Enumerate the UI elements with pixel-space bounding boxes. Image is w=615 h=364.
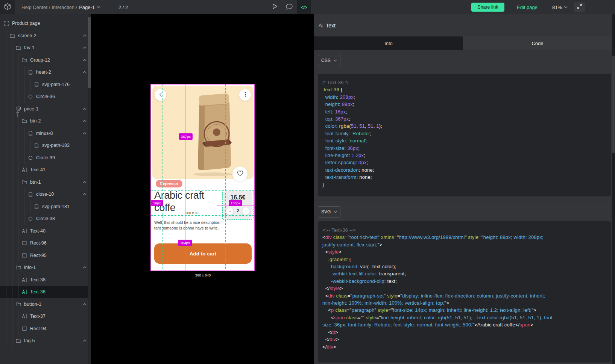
indent-guide: [12, 127, 12, 140]
css-language-dropdown[interactable]: CSS: [318, 55, 340, 66]
panel-scrollbar-thumb[interactable]: [612, 56, 615, 153]
device-frame[interactable]: Expresso Arabic craftcoffe 208 x 89 Well…: [150, 84, 255, 271]
chevron-up-icon[interactable]: [83, 340, 87, 342]
indent-guide: [12, 91, 12, 103]
indent-guide: [18, 54, 18, 66]
layer-row-rect-95[interactable]: Rect-95: [0, 249, 91, 262]
chevron-up-icon[interactable]: [83, 120, 87, 122]
inspector-title: Text: [326, 23, 336, 29]
folder-icon: [16, 265, 21, 270]
svg-code-block[interactable]: <!-- Text-36 --><div class="root rich-te…: [318, 221, 611, 362]
indent-guide: [18, 139, 18, 152]
indent-guide: [18, 274, 18, 286]
svg-language-dropdown[interactable]: SVG: [318, 206, 340, 217]
layer-row-text-38[interactable]: Text-38: [0, 274, 91, 286]
layer-label: Text-40: [30, 228, 46, 234]
layer-row-svg-path-183[interactable]: svg-path-183: [0, 139, 91, 152]
layer-row-tag-5[interactable]: tag-5: [0, 335, 91, 347]
indent-guide: [18, 176, 18, 189]
text-icon: [22, 228, 27, 234]
layer-row-info-1[interactable]: info-1: [0, 261, 91, 274]
back-button[interactable]: [155, 89, 166, 101]
indent-guide: [6, 79, 6, 91]
comment-button[interactable]: [283, 0, 296, 14]
add-to-cart-button[interactable]: Add to cart: [154, 243, 252, 264]
zoom-control[interactable]: 81%: [552, 0, 568, 14]
chevron-up-icon[interactable]: [83, 193, 87, 195]
code-line: justify-content: flex-start;">: [322, 241, 607, 248]
indent-guide: [6, 115, 6, 127]
layer-row-product page[interactable]: Product page: [0, 17, 91, 30]
layer-row-circle-39[interactable]: Circle-39: [0, 152, 91, 164]
app-logo[interactable]: [0, 0, 15, 14]
layer-label: Circle-38: [36, 216, 55, 221]
indent-guide: [6, 310, 6, 323]
breadcrumb-current: Page-1: [79, 5, 95, 10]
indent-guide: [18, 152, 18, 164]
edit-page-link[interactable]: Edit page: [517, 0, 538, 14]
layer-row-svg-path-176[interactable]: svg-path-176: [0, 79, 91, 91]
code-line: letter-spacing: 0px;: [322, 159, 607, 166]
layer-row-svg-path-181[interactable]: svg-path-181: [0, 201, 91, 213]
tab-code[interactable]: Code: [463, 36, 612, 50]
indent-guide: [6, 323, 6, 335]
more-options-button[interactable]: [239, 89, 251, 101]
play-button[interactable]: [269, 0, 281, 14]
chevron-up-icon[interactable]: [83, 108, 87, 110]
layer-row-btn-1[interactable]: btn-1: [0, 176, 91, 189]
chevron-up-icon[interactable]: [83, 47, 87, 49]
chevron-up-icon[interactable]: [83, 303, 87, 305]
indent-guide: [6, 335, 6, 347]
sidebar-scrollbar-thumb[interactable]: [88, 17, 91, 88]
css-code-block[interactable]: /* Text-36 */.text-36 { width: 208px; he…: [318, 74, 611, 196]
layer-row-circle-36[interactable]: Circle-36: [0, 91, 91, 103]
chevron-up-icon[interactable]: [83, 266, 87, 269]
layer-row-button-1[interactable]: button-1: [0, 298, 91, 311]
share-link-button[interactable]: Share link: [471, 3, 504, 12]
layer-row-text-40[interactable]: Text-40: [0, 225, 91, 237]
layer-row-text-37[interactable]: Text-37: [0, 310, 91, 323]
frame-icon: [4, 21, 9, 26]
inspector-header: A[ Text: [314, 14, 615, 36]
layer-row-rect-94[interactable]: Rect-94: [0, 323, 91, 335]
svg-icon: [28, 69, 33, 75]
indent-guide: [24, 66, 24, 79]
layer-row-text-36[interactable]: Text-36: [0, 286, 91, 298]
layer-row-minus-8[interactable]: minus-8: [0, 127, 91, 140]
layer-row-price-1[interactable]: price-1: [0, 103, 91, 115]
category-tag: Expresso: [156, 180, 182, 187]
code-line: size: 36px; font-family: Roboto; font-st…: [322, 321, 607, 328]
chevron-up-icon[interactable]: [83, 59, 87, 61]
layer-row-heart-2[interactable]: heart-2: [0, 66, 91, 79]
indent-guide: [6, 103, 6, 115]
folder-icon: [16, 45, 21, 50]
indent-guide: [12, 42, 12, 54]
layer-row-rect-96[interactable]: Rect-96: [0, 237, 91, 249]
layer-label: minus-8: [36, 131, 53, 136]
layer-row-fav-1[interactable]: fav-1: [0, 42, 91, 54]
layer-row-circle-38[interactable]: Circle-38: [0, 213, 91, 225]
folder-icon: [10, 33, 15, 38]
code-view-button[interactable]: </>: [297, 0, 311, 14]
tab-info[interactable]: Info: [314, 36, 463, 50]
code-line: color: rgba(51, 51, 51, 1);: [322, 122, 607, 130]
breadcrumb[interactable]: Help Center / Interaction / Page-1: [21, 0, 100, 14]
layer-row-text-41[interactable]: Text-41: [0, 164, 91, 176]
code-line: left: 16px;: [322, 108, 607, 115]
favorite-button[interactable]: [232, 166, 248, 181]
layer-row-group-12[interactable]: Group-12: [0, 54, 91, 66]
layer-row-btn-2[interactable]: btn-2: [0, 115, 91, 127]
layer-row-close-10[interactable]: close-10: [0, 188, 91, 201]
chevron-up-icon[interactable]: [83, 35, 87, 37]
indent-guide: [6, 274, 6, 286]
code-line: <!-- Text-36 -->: [322, 227, 607, 234]
layer-row-screen-2[interactable]: screen-2: [0, 30, 91, 42]
rect-icon: [22, 240, 27, 246]
chevron-up-icon[interactable]: [83, 71, 87, 73]
layers-sidebar: Product pagescreen-2fav-1Group-12heart-2…: [0, 14, 91, 364]
canvas[interactable]: Expresso Arabic craftcoffe 208 x 89 Well…: [91, 14, 314, 364]
fullscreen-button[interactable]: [574, 2, 585, 12]
layer-label: svg-path-183: [42, 143, 70, 148]
chevron-up-icon[interactable]: [83, 132, 87, 134]
chevron-up-icon[interactable]: [83, 181, 87, 183]
